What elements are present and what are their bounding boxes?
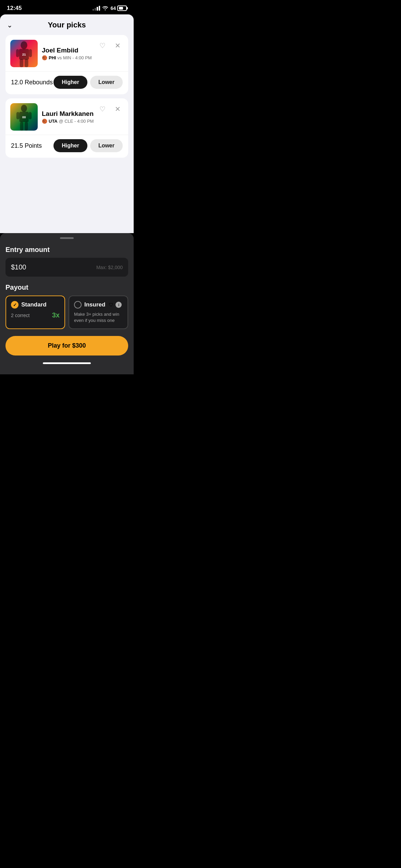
stat-value-markkanen: 21.5 Points bbox=[11, 142, 42, 149]
insured-title: Insured bbox=[84, 301, 105, 308]
nba-icon-embiid: 🏀 bbox=[42, 55, 47, 60]
info-icon[interactable]: i bbox=[116, 302, 122, 308]
svg-text:21: 21 bbox=[22, 52, 26, 56]
standard-correct-text: 2 correct bbox=[11, 313, 29, 318]
favorite-button-markkanen[interactable]: ♡ bbox=[97, 103, 108, 115]
main-card: ⌄ Your picks bbox=[0, 14, 134, 233]
picks-container: 21 Joel Embiid 🏀 PHI vs MIN - 4:00 PM ♡ … bbox=[0, 35, 134, 158]
svg-rect-2 bbox=[16, 49, 19, 57]
status-time: 12:45 bbox=[7, 5, 22, 12]
payout-card-insured[interactable]: Insured 🛡 i Make 3+ picks and win even i… bbox=[69, 296, 128, 329]
battery-icon bbox=[117, 5, 127, 11]
svg-point-7 bbox=[21, 105, 27, 112]
bottom-panel: Entry amount $100 Max: $2,000 Payout ✓ S… bbox=[0, 233, 134, 374]
player-game-info-embiid: 🏀 PHI vs MIN - 4:00 PM bbox=[42, 55, 123, 60]
svg-rect-10 bbox=[28, 112, 32, 119]
svg-point-0 bbox=[21, 41, 27, 49]
svg-rect-3 bbox=[29, 49, 32, 57]
drag-handle[interactable] bbox=[60, 237, 74, 239]
player-game-info-markkanen: 🏀 UTA @ CLE - 4:00 PM bbox=[42, 119, 123, 124]
svg-rect-12 bbox=[25, 122, 28, 131]
player-image-embiid: 21 bbox=[10, 40, 38, 67]
nba-icon-markkanen: 🏀 bbox=[42, 119, 47, 124]
status-icons: 64 bbox=[93, 5, 127, 11]
signal-icon bbox=[93, 6, 100, 11]
chevron-down-icon[interactable]: ⌄ bbox=[7, 21, 13, 29]
wifi-icon bbox=[102, 5, 108, 11]
insured-card-header: Insured 🛡 i bbox=[74, 301, 123, 309]
player-game-text-embiid: PHI vs MIN - 4:00 PM bbox=[49, 55, 92, 60]
shield-icon: 🛡 bbox=[108, 302, 114, 308]
card-actions-embiid: ♡ ✕ bbox=[97, 40, 123, 51]
insured-radio[interactable] bbox=[74, 301, 82, 309]
remove-button-embiid[interactable]: ✕ bbox=[112, 40, 123, 51]
standard-details: 2 correct 3x bbox=[11, 311, 60, 319]
insured-description: Make 3+ picks and win even if you miss o… bbox=[74, 311, 123, 324]
page-title: Your picks bbox=[48, 21, 86, 29]
entry-amount-label: Entry amount bbox=[5, 246, 128, 254]
standard-multiplier: 3x bbox=[52, 311, 60, 319]
player-image-markkanen: 00 bbox=[10, 103, 38, 131]
standard-radio[interactable]: ✓ bbox=[11, 301, 19, 309]
higher-button-markkanen[interactable]: Higher bbox=[53, 139, 87, 152]
entry-max-label: Max: $2,000 bbox=[96, 265, 123, 270]
payout-label: Payout bbox=[5, 284, 128, 291]
payout-card-standard[interactable]: ✓ Standard 2 correct 3x bbox=[5, 296, 65, 329]
pick-card-embiid: 21 Joel Embiid 🏀 PHI vs MIN - 4:00 PM ♡ … bbox=[5, 35, 128, 94]
pick-card-markkanen: 00 Lauri Markkanen 🏀 UTA @ CLE - 4:00 PM… bbox=[5, 98, 128, 158]
stat-value-embiid: 12.0 Rebounds bbox=[11, 79, 53, 86]
pick-buttons-markkanen: Higher Lower bbox=[53, 139, 123, 152]
favorite-button-embiid[interactable]: ♡ bbox=[97, 40, 108, 51]
pick-buttons-embiid: Higher Lower bbox=[53, 76, 123, 89]
battery-group: 64 bbox=[110, 5, 127, 11]
status-bar: 12:45 64 bbox=[0, 0, 134, 14]
card-actions-markkanen: ♡ ✕ bbox=[97, 103, 123, 115]
home-indicator bbox=[43, 362, 91, 364]
battery-level: 64 bbox=[110, 5, 116, 11]
svg-rect-4 bbox=[20, 59, 24, 67]
header: ⌄ Your picks bbox=[0, 14, 134, 35]
spacer bbox=[0, 158, 134, 226]
payout-options: ✓ Standard 2 correct 3x Insured 🛡 i Make… bbox=[5, 296, 128, 329]
higher-button-embiid[interactable]: Higher bbox=[53, 76, 87, 89]
entry-amount-value: $100 bbox=[11, 263, 26, 271]
remove-button-markkanen[interactable]: ✕ bbox=[112, 103, 123, 115]
player-row-embiid: 21 Joel Embiid 🏀 PHI vs MIN - 4:00 PM ♡ … bbox=[5, 35, 128, 71]
svg-text:00: 00 bbox=[22, 115, 26, 119]
player-row-markkanen: 00 Lauri Markkanen 🏀 UTA @ CLE - 4:00 PM… bbox=[5, 98, 128, 135]
pick-stat-row-embiid: 12.0 Rebounds Higher Lower bbox=[5, 71, 128, 94]
svg-rect-5 bbox=[25, 59, 28, 67]
pick-stat-row-markkanen: 21.5 Points Higher Lower bbox=[5, 135, 128, 158]
standard-card-header: ✓ Standard bbox=[11, 301, 60, 309]
check-icon: ✓ bbox=[13, 302, 17, 308]
player-game-text-markkanen: UTA @ CLE - 4:00 PM bbox=[49, 119, 94, 124]
standard-title: Standard bbox=[21, 301, 47, 308]
svg-rect-11 bbox=[20, 122, 23, 131]
insured-icons: 🛡 i bbox=[108, 302, 122, 308]
play-button[interactable]: Play for $300 bbox=[5, 336, 128, 355]
lower-button-markkanen[interactable]: Lower bbox=[90, 139, 123, 152]
svg-rect-9 bbox=[16, 112, 20, 119]
entry-input-container[interactable]: $100 Max: $2,000 bbox=[5, 258, 128, 277]
lower-button-embiid[interactable]: Lower bbox=[90, 76, 123, 89]
